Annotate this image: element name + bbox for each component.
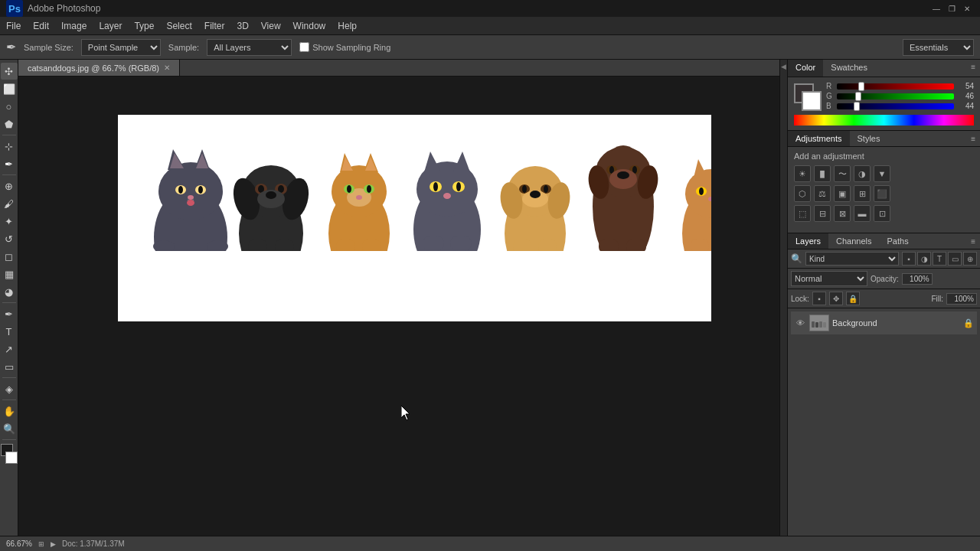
tool-gradient[interactable]: ▦ [1, 266, 18, 282]
menu-file[interactable]: File [0, 17, 27, 34]
adj-curves[interactable]: 〜 [834, 165, 851, 182]
tool-type[interactable]: T [1, 323, 18, 340]
adj-brightness-contrast[interactable]: ☀ [794, 165, 811, 182]
opacity-input[interactable] [902, 273, 933, 285]
adj-levels[interactable]: ▐▌ [814, 165, 831, 182]
layers-panel-options-icon[interactable]: ≡ [966, 234, 980, 249]
menu-layer[interactable]: Layer [93, 17, 128, 34]
panel-collapse-strip[interactable]: ◀ [779, 60, 787, 536]
layer-filter-smart[interactable]: ⊕ [963, 252, 977, 266]
adj-invert[interactable]: ⬚ [794, 205, 811, 222]
r-thumb[interactable] [858, 82, 864, 91]
menu-filter[interactable]: Filter [198, 17, 231, 34]
canvas-viewport[interactable] [18, 77, 779, 536]
menu-type[interactable]: Type [128, 17, 160, 34]
layer-item-background[interactable]: 👁 Background 🔒 [791, 311, 977, 334]
tool-3d[interactable]: ◈ [1, 380, 18, 397]
tool-hand[interactable]: ✋ [1, 403, 18, 419]
svg-point-49 [456, 182, 461, 191]
close-button[interactable]: ✕ [960, 2, 974, 15]
tab-styles[interactable]: Styles [850, 131, 888, 146]
tool-zoom[interactable]: 🔍 [1, 420, 18, 437]
status-arrow-icon[interactable]: ▶ [51, 540, 56, 548]
menu-edit[interactable]: Edit [27, 17, 55, 34]
tool-history-brush[interactable]: ↺ [1, 230, 18, 247]
g-thumb[interactable] [855, 92, 861, 101]
layer-visibility-toggle[interactable]: 👁 [794, 317, 806, 329]
tab-adjustments[interactable]: Adjustments [788, 131, 850, 146]
adj-channel-mixer[interactable]: ⊞ [854, 185, 871, 202]
show-sampling-ring-checkbox[interactable] [299, 42, 309, 52]
tool-clone-stamp[interactable]: ✦ [1, 213, 18, 230]
workspace-preset-select[interactable]: Essentials Photography [903, 39, 974, 56]
adj-hue-sat[interactable]: ⬡ [794, 185, 811, 202]
tool-lasso[interactable]: ○ [1, 98, 18, 115]
adj-selective-color[interactable]: ⊡ [874, 205, 890, 222]
tool-path-select[interactable]: ↗ [1, 341, 18, 357]
document-tab[interactable]: catsanddogs.jpg @ 66.7% (RGB/8) ✕ [18, 60, 180, 76]
document-close-button[interactable]: ✕ [164, 64, 170, 72]
tool-brush[interactable]: 🖌 [1, 195, 18, 212]
lock-position-btn[interactable]: ✥ [829, 292, 843, 305]
lock-pixels-btn[interactable]: ▪ [812, 292, 826, 305]
adj-posterize[interactable]: ⊟ [814, 205, 831, 222]
tool-marquee[interactable]: ⬜ [1, 80, 18, 97]
layer-kind-select[interactable]: Kind Name Effect Mode Attribute Color Sm… [805, 252, 899, 266]
sample-label: Sample: [168, 43, 199, 52]
tool-healing[interactable]: ⊕ [1, 178, 18, 194]
tool-move[interactable]: ✣ [1, 63, 18, 80]
g-track[interactable] [837, 93, 954, 99]
restore-button[interactable]: ❐ [945, 2, 959, 15]
adj-exposure[interactable]: ◑ [854, 165, 871, 182]
toolbar-separator-1 [2, 135, 16, 135]
adj-gradient-map[interactable]: ▬ [854, 205, 871, 222]
tab-swatches[interactable]: Swatches [823, 60, 875, 77]
svg-point-14 [153, 240, 175, 253]
tab-channels[interactable]: Channels [828, 233, 879, 249]
sample-select[interactable]: All Layers Current Layer Current & Below [207, 39, 292, 56]
menu-help[interactable]: Help [332, 17, 363, 34]
tab-layers[interactable]: Layers [788, 233, 828, 249]
layer-filter-adjust[interactable]: ◑ [917, 252, 931, 266]
adj-threshold[interactable]: ⊠ [834, 205, 851, 222]
layer-filter-type[interactable]: T [933, 252, 946, 266]
tool-pen[interactable]: ✒ [1, 305, 18, 322]
adj-color-lookup[interactable]: ⬛ [874, 185, 890, 202]
menu-image[interactable]: Image [55, 17, 93, 34]
menu-select[interactable]: Select [160, 17, 198, 34]
menu-3d[interactable]: 3D [230, 17, 254, 34]
sample-size-select[interactable]: Point Sample 3 by 3 Average 5 by 5 Avera… [81, 39, 161, 56]
layer-filter-search-icon: 🔍 [791, 253, 802, 264]
tool-dodge[interactable]: ◕ [1, 283, 18, 300]
tool-shape[interactable]: ▭ [1, 358, 18, 375]
adj-color-balance[interactable]: ⚖ [814, 185, 831, 202]
collapse-icon: ◀ [781, 63, 786, 70]
adj-photo-filter[interactable]: ▣ [834, 185, 851, 202]
layer-filter-shape[interactable]: ▭ [948, 252, 962, 266]
menu-window[interactable]: Window [287, 17, 332, 34]
menu-view[interactable]: View [255, 17, 287, 34]
r-slider-row: R 54 [826, 82, 974, 90]
tool-quick-select[interactable]: ⬟ [1, 116, 18, 132]
status-info-icon[interactable]: ⊞ [38, 540, 44, 548]
layer-filter-pixel[interactable]: ▪ [902, 252, 916, 266]
color-panel-options-icon[interactable]: ≡ [966, 60, 980, 77]
background-color-swatch[interactable] [5, 452, 18, 464]
tool-crop[interactable]: ⊹ [1, 138, 18, 155]
tool-eyedropper[interactable]: ✒ [1, 155, 18, 172]
r-track[interactable] [837, 83, 954, 90]
fill-input[interactable] [946, 293, 977, 305]
adj-vibrance[interactable]: ▼ [874, 165, 890, 182]
background-color-box[interactable] [802, 91, 822, 111]
adj-panel-options-icon[interactable]: ≡ [966, 132, 980, 146]
b-thumb[interactable] [854, 102, 860, 111]
minimize-button[interactable]: — [929, 2, 943, 15]
color-spectrum[interactable] [794, 115, 974, 126]
tool-eraser[interactable]: ◻ [1, 248, 18, 265]
b-slider-row: B 44 [826, 102, 974, 110]
tab-color[interactable]: Color [788, 60, 823, 77]
b-track[interactable] [837, 103, 954, 109]
blend-mode-select[interactable]: Normal Dissolve Multiply Screen Overlay [791, 271, 867, 286]
tab-paths[interactable]: Paths [880, 233, 916, 249]
lock-all-btn[interactable]: 🔒 [846, 292, 860, 305]
